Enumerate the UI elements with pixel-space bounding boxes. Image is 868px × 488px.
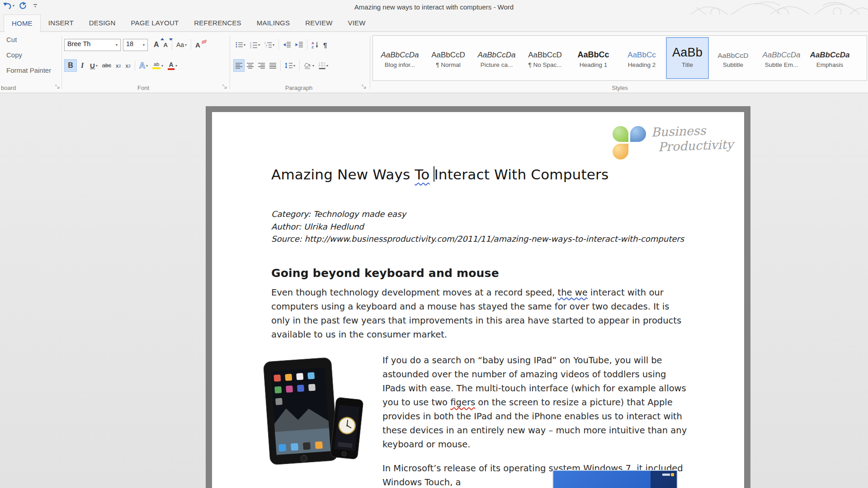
font-name-combo[interactable]: Bree Th ▾: [64, 39, 121, 51]
spelling-squiggle: figers: [450, 397, 475, 408]
align-left-button[interactable]: [233, 59, 245, 72]
ribbon-tab-row: HOME INSERT DESIGN PAGE LAYOUT REFERENCE…: [0, 14, 868, 32]
show-hide-pilcrow-button[interactable]: ¶: [321, 38, 329, 51]
change-case-dropdown-icon[interactable]: ▾: [185, 43, 187, 47]
align-center-button[interactable]: [245, 59, 256, 72]
grammar-squiggle-title: To: [415, 166, 429, 183]
style-no-spacing[interactable]: AaBbCcD ¶ No Spac...: [521, 37, 569, 79]
shading-button[interactable]: ▾: [302, 59, 316, 72]
ribbon-home: Cut Copy Format Painter board Bree Th ▾ …: [0, 32, 868, 93]
borders-dropdown-icon[interactable]: ▾: [326, 64, 328, 68]
font-group-label: Font: [64, 84, 222, 91]
multilevel-list-icon: 1ai: [264, 42, 272, 48]
style-subtitle[interactable]: AaBbCcD Subtitle: [709, 37, 757, 79]
shrink-font-icon: [169, 38, 173, 41]
numbering-dropdown-icon[interactable]: ▾: [258, 43, 260, 47]
font-color-button[interactable]: A ▾: [165, 59, 179, 72]
numbering-button[interactable]: 123 ▾: [248, 38, 262, 51]
style-emphasis[interactable]: AaBbCcDa Emphasis: [806, 37, 854, 79]
tab-insert[interactable]: INSERT: [41, 14, 81, 32]
align-left-icon: [236, 63, 242, 69]
strikethrough-button[interactable]: abc: [100, 59, 113, 72]
format-painter-button[interactable]: Format Painter: [6, 66, 51, 74]
undo-dropdown-caret[interactable]: ▾: [13, 4, 14, 8]
align-right-button[interactable]: [256, 59, 267, 72]
font-size-combo[interactable]: 18 ▾: [123, 39, 148, 51]
line-spacing-dropdown-icon[interactable]: ▾: [293, 64, 295, 68]
paragraph-dialog-launcher[interactable]: [362, 83, 366, 91]
paragraph-group-label: Paragraph: [233, 84, 364, 91]
line-spacing-button[interactable]: ▾: [283, 59, 297, 72]
clipboard-group-label: board: [1, 84, 37, 91]
clipboard-dialog-launcher[interactable]: [55, 83, 60, 91]
text-effects-dropdown-icon[interactable]: ▾: [146, 64, 148, 68]
ipad-iphone-image[interactable]: [261, 354, 363, 471]
undo-button[interactable]: ▾: [3, 2, 14, 9]
font-size-dropdown-icon[interactable]: ▾: [140, 39, 147, 51]
style-normal[interactable]: AaBbCcD ¶ Normal: [424, 37, 472, 79]
underline-dropdown-icon[interactable]: ▾: [96, 64, 98, 68]
business-productivity-logo[interactable]: Business Productivity: [613, 123, 733, 160]
tab-review[interactable]: REVIEW: [297, 14, 340, 32]
numbering-icon: 123: [250, 42, 257, 48]
highlight-color-button[interactable]: ab ▾: [150, 59, 165, 72]
document-canvas: Business Productivity Amazing New Ways T…: [0, 94, 868, 488]
clear-formatting-eraser-icon: [202, 40, 207, 44]
style-title-selected[interactable]: AaBb Title: [666, 37, 709, 79]
cut-button[interactable]: Cut: [6, 36, 17, 43]
repeat-button[interactable]: [19, 2, 27, 9]
tab-view[interactable]: VIEW: [340, 14, 373, 32]
document-meta[interactable]: Category: Technology made easy Author: U…: [271, 208, 684, 245]
style-picture-caption[interactable]: AaBbCcDa Picture ca...: [472, 37, 521, 79]
borders-button[interactable]: ▾: [316, 59, 330, 72]
bullets-dropdown-icon[interactable]: ▾: [244, 43, 245, 47]
superscript-button[interactable]: x2: [123, 59, 133, 72]
multilevel-dropdown-icon[interactable]: ▾: [273, 43, 274, 47]
style-heading-1[interactable]: AaBbCc Heading 1: [569, 37, 618, 79]
style-blog-information[interactable]: AaBbCcDa Blog infor...: [376, 37, 424, 79]
video-thumbnail[interactable]: [552, 470, 678, 488]
subscript-button[interactable]: x2: [113, 59, 123, 72]
paragraph-1[interactable]: Even though technology development moves…: [271, 286, 689, 342]
copy-button[interactable]: Copy: [6, 51, 22, 59]
svg-text:Z: Z: [311, 45, 314, 48]
italic-button[interactable]: I: [77, 59, 88, 72]
section-heading[interactable]: Going beyond keyboard and mouse: [271, 267, 499, 280]
font-color-dropdown-icon[interactable]: ▾: [175, 64, 177, 68]
increase-indent-button[interactable]: [293, 38, 305, 51]
grow-font-button[interactable]: A: [151, 38, 161, 51]
tab-home[interactable]: HOME: [4, 14, 41, 32]
document-page[interactable]: Business Productivity Amazing New Ways T…: [212, 112, 744, 488]
multilevel-list-button[interactable]: 1ai ▾: [262, 38, 277, 51]
justify-button[interactable]: [267, 59, 278, 72]
tab-mailings[interactable]: MAILINGS: [249, 14, 297, 32]
document-title[interactable]: Amazing New Ways To Interact With Comput…: [271, 166, 609, 183]
bullets-button[interactable]: ▾: [233, 38, 248, 51]
change-case-button[interactable]: Aa▾: [174, 38, 189, 51]
meta-source: Source: http://www.businessproductivity.…: [271, 233, 684, 245]
text-effects-button[interactable]: A▾: [137, 59, 150, 72]
tab-page-layout[interactable]: PAGE LAYOUT: [123, 14, 186, 32]
underline-button[interactable]: U▾: [88, 59, 100, 72]
bold-button[interactable]: B: [64, 59, 77, 72]
svg-text:A: A: [311, 41, 314, 45]
sort-button[interactable]: AZ: [309, 38, 321, 51]
font-size-value: 18: [123, 39, 140, 51]
shrink-font-button[interactable]: A: [161, 38, 170, 51]
style-subtle-emphasis[interactable]: AaBbCcDa Subtle Em...: [757, 37, 806, 79]
font-dialog-launcher[interactable]: [222, 83, 227, 91]
highlight-dropdown-icon[interactable]: ▾: [161, 64, 163, 68]
tab-design[interactable]: DESIGN: [81, 14, 123, 32]
shading-dropdown-icon[interactable]: ▾: [312, 64, 314, 68]
customize-qat-button[interactable]: ▾: [33, 4, 37, 8]
meta-author: Author: Ulrika Hedlund: [271, 221, 684, 233]
styles-group-label: Styles: [373, 84, 867, 91]
style-heading-2[interactable]: AaBbCc Heading 2: [618, 37, 666, 79]
font-color-bar: [168, 68, 175, 70]
logo-petal-blue: [630, 126, 646, 142]
logo-petal-green: [613, 126, 628, 142]
decrease-indent-button[interactable]: [281, 38, 293, 51]
tab-references[interactable]: REFERENCES: [186, 14, 249, 32]
font-name-dropdown-icon[interactable]: ▾: [113, 39, 120, 51]
clear-formatting-button[interactable]: A: [193, 38, 203, 51]
